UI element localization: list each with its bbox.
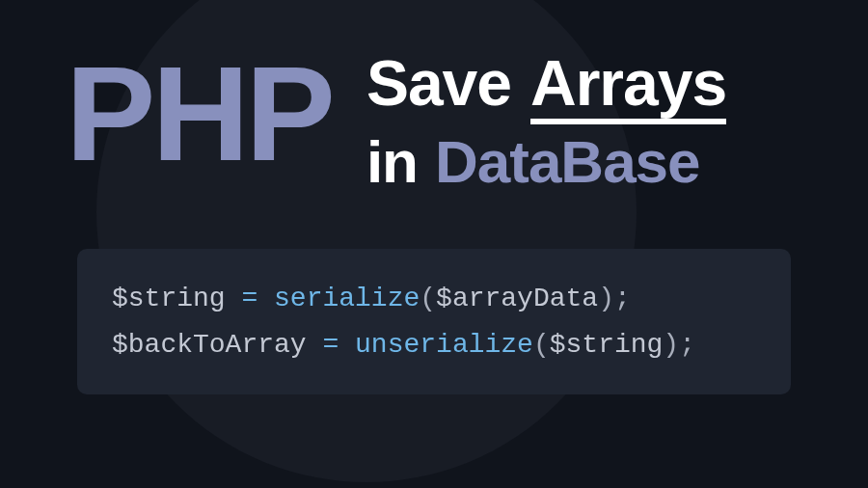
title-stack: Save Arrays in DataBase xyxy=(366,46,726,195)
code-token-variable: $string xyxy=(112,284,226,313)
code-token-function: unserialize xyxy=(355,330,533,360)
title-word-database: DataBase xyxy=(435,130,700,195)
code-token-paren: ) xyxy=(663,330,679,360)
code-token-semicolon: ; xyxy=(679,330,695,360)
code-token-operator: = xyxy=(226,284,274,313)
title-line-1: Save Arrays xyxy=(366,50,726,124)
code-token-operator: = xyxy=(307,330,355,360)
title-line-2: in DataBase xyxy=(366,130,726,195)
title-word-arrays: Arrays xyxy=(530,50,726,124)
code-line-1: $string = serialize($arrayData); xyxy=(112,276,756,322)
php-logo-text: PHP xyxy=(66,46,332,181)
code-token-variable: $arrayData xyxy=(436,284,598,313)
code-token-semicolon: ; xyxy=(614,284,631,313)
code-token-function: serialize xyxy=(274,284,420,313)
code-snippet: $string = serialize($arrayData); $backTo… xyxy=(77,249,791,394)
code-token-paren: ( xyxy=(533,330,550,360)
code-token-paren: ) xyxy=(598,284,614,313)
hero-section: PHP Save Arrays in DataBase xyxy=(0,0,868,195)
code-token-variable: $backToArray xyxy=(112,330,307,360)
code-line-2: $backToArray = unserialize($string); xyxy=(112,322,756,368)
code-token-variable: $string xyxy=(550,330,664,360)
title-word-save: Save xyxy=(366,50,511,117)
title-word-in: in xyxy=(366,130,418,195)
code-token-paren: ( xyxy=(420,284,436,313)
